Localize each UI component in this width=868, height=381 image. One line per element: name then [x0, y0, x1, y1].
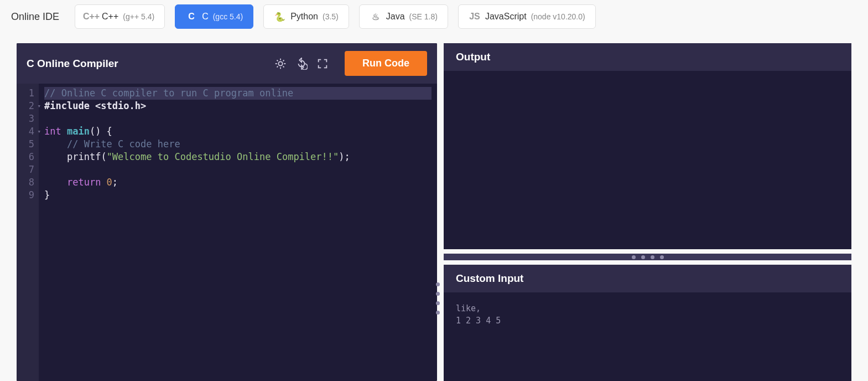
custom-input-panel: Custom Input like, 1 2 3 4 5	[444, 265, 851, 381]
lang-tab-cpp[interactable]: C++C++(g++ 5.4)	[75, 4, 165, 29]
editor-header: C Online Compiler	[17, 43, 437, 84]
svg-line-7	[277, 66, 278, 67]
js-icon: JS	[469, 11, 481, 23]
lang-tab-python[interactable]: 🐍Python(3.5)	[263, 4, 349, 29]
cpp-icon: C++	[85, 11, 97, 23]
lang-tab-java[interactable]: ♨Java(SE 1.8)	[359, 4, 448, 29]
code-content[interactable]: // Online C compiler to run C program on…	[39, 84, 437, 381]
lang-name: Python	[290, 12, 318, 22]
output-panel: Output	[444, 43, 851, 249]
java-icon: ♨	[370, 11, 382, 23]
editor-title: C Online Compiler	[27, 58, 267, 70]
c-icon: C	[185, 11, 197, 23]
language-tabs: C++C++(g++ 5.4)CC(gcc 5.4)🐍Python(3.5)♨J…	[75, 4, 596, 29]
lang-version: (g++ 5.4)	[123, 12, 154, 21]
svg-line-8	[283, 60, 284, 61]
code-editor[interactable]: 123456789 // Online C compiler to run C …	[17, 84, 437, 381]
reset-icon[interactable]	[294, 56, 309, 71]
code-line[interactable]: #include <stdio.h>	[44, 100, 432, 112]
lang-tab-c[interactable]: CC(gcc 5.4)	[175, 4, 253, 29]
python-icon: 🐍	[274, 11, 286, 23]
custom-input-title: Custom Input	[444, 265, 851, 292]
svg-line-5	[277, 60, 278, 61]
custom-input-content[interactable]: like, 1 2 3 4 5	[444, 292, 851, 381]
workspace: C Online Compiler	[0, 33, 868, 381]
code-line[interactable]: int main() {	[44, 125, 432, 138]
editor-panel: C Online Compiler	[17, 43, 437, 381]
right-panels: Output Custom Input like, 1 2 3 4 5	[444, 43, 851, 381]
lang-version: (node v10.20.0)	[531, 12, 585, 21]
line-gutter: 123456789	[17, 84, 39, 381]
svg-point-0	[278, 61, 282, 65]
output-content	[444, 71, 851, 249]
brand-title: Online IDE	[11, 11, 59, 23]
code-line[interactable]: // Write C code here	[44, 138, 432, 151]
lang-version: (SE 1.8)	[409, 12, 438, 21]
lang-name: Java	[386, 12, 405, 22]
code-line[interactable]	[44, 163, 432, 176]
code-line[interactable]: // Online C compiler to run C program on…	[44, 87, 432, 100]
lang-name: C++	[102, 12, 118, 22]
lang-name: JavaScript	[485, 12, 527, 22]
fullscreen-icon[interactable]	[315, 56, 330, 71]
lang-name: C	[202, 12, 209, 22]
lang-version: (3.5)	[323, 12, 339, 21]
svg-line-6	[283, 66, 284, 67]
theme-toggle-icon[interactable]	[273, 56, 288, 71]
code-line[interactable]: }	[44, 189, 432, 202]
code-line[interactable]	[44, 112, 432, 125]
top-bar: Online IDE C++C++(g++ 5.4)CC(gcc 5.4)🐍Py…	[0, 0, 868, 33]
code-line[interactable]: printf("Welcome to Codestudio Online Com…	[44, 151, 432, 163]
output-title: Output	[444, 43, 851, 71]
vertical-resizer[interactable]	[435, 282, 440, 315]
lang-tab-js[interactable]: JSJavaScript(node v10.20.0)	[458, 4, 596, 29]
run-button[interactable]: Run Code	[345, 51, 427, 76]
code-line[interactable]: return 0;	[44, 176, 432, 189]
lang-version: (gcc 5.4)	[213, 12, 243, 21]
horizontal-resizer[interactable]	[444, 254, 851, 260]
